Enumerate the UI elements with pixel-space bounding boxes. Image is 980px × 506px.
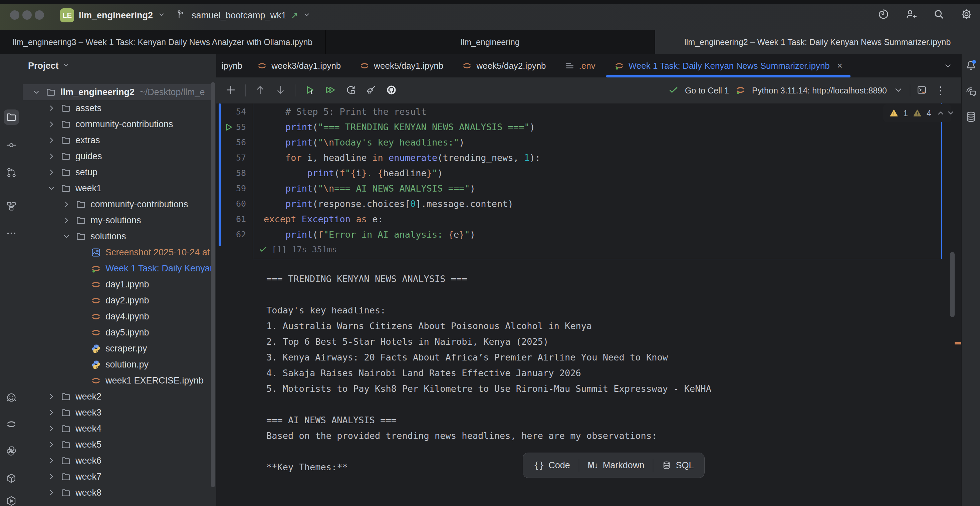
run-line-icon[interactable] <box>224 122 234 134</box>
chevron-right-icon[interactable] <box>62 200 76 209</box>
chevron-right-icon[interactable] <box>47 424 61 433</box>
git-branch-widget[interactable]: samuel_bootcamp_wk1 ↗ <box>176 7 311 23</box>
chevron-right-icon[interactable] <box>47 103 61 113</box>
move-cell-down-button[interactable] <box>275 84 286 97</box>
chevron-down-icon[interactable] <box>893 84 904 97</box>
code-line-54[interactable]: # Step 5: Print the result <box>264 104 540 119</box>
close-icon[interactable]: × <box>837 61 843 70</box>
minimize-window-button[interactable] <box>22 10 32 20</box>
project-tool-button[interactable] <box>4 110 19 125</box>
code-line-61[interactable]: except Exception as e: <box>264 212 540 227</box>
code-line-59[interactable]: print("\n=== AI NEWS ANALYSIS ===") <box>264 181 540 196</box>
editor-tab-week-1-task-daily-kenyan-news-summarizer-ipynb[interactable]: Week 1 Task: Daily Kenyan News Summarize… <box>605 54 852 78</box>
editor-tab-week5-day2-ipynb[interactable]: week5/day2.ipynb <box>453 54 555 78</box>
packages-tool-button[interactable] <box>4 471 19 486</box>
next-warning-icon[interactable] <box>946 108 955 119</box>
add-sql-cell-button[interactable]: SQL <box>653 453 702 477</box>
settings-gear-icon[interactable] <box>960 8 973 22</box>
zoom-window-button[interactable] <box>35 10 44 20</box>
close-window-button[interactable] <box>10 10 19 20</box>
window-tab-llm-engineering[interactable]: llm_engineering <box>326 30 655 54</box>
tree-item-llm-engineering2[interactable]: llm_engineering2~/Desktop/llm_e <box>23 84 211 100</box>
tree-item-week5[interactable]: week5 <box>23 437 211 453</box>
chevron-down-icon[interactable] <box>47 184 61 193</box>
move-cell-up-button[interactable] <box>255 84 266 97</box>
code-line-57[interactable]: for i, headline in enumerate(trending_ne… <box>264 150 540 165</box>
error-stripe-mark[interactable] <box>955 342 961 344</box>
tree-item-env[interactable]: .env <box>23 501 211 506</box>
more-tools-button[interactable] <box>4 226 19 241</box>
chevron-right-icon[interactable] <box>47 119 61 129</box>
chevron-down-icon[interactable] <box>32 88 46 97</box>
tree-item-solution-py[interactable]: solution.py <box>23 356 211 372</box>
tree-item-screenshot-2025-10-24-at[interactable]: Screenshot 2025-10-24 at <box>23 244 211 260</box>
add-cell-button[interactable] <box>225 84 237 97</box>
tree-item-day2-ipynb[interactable]: day2.ipynb <box>23 293 211 309</box>
search-icon[interactable] <box>932 8 945 22</box>
tree-item-day1-ipynb[interactable]: day1.ipynb <box>23 276 211 293</box>
ai-assistant-icon[interactable] <box>877 8 889 22</box>
go-to-cell-button[interactable]: Go to Cell 1 <box>685 86 729 95</box>
chevron-right-icon[interactable] <box>47 151 61 161</box>
chevron-right-icon[interactable] <box>47 488 61 497</box>
add-user-icon[interactable] <box>905 8 917 22</box>
project-tree-scrollbar[interactable] <box>211 82 215 487</box>
tree-item-week2[interactable]: week2 <box>23 388 211 404</box>
huggingface-tool-button[interactable] <box>4 390 19 406</box>
structure-tool-button[interactable] <box>4 199 19 214</box>
tree-item-day5-ipynb[interactable]: day5.ipynb <box>23 325 211 341</box>
tree-item-week-1-task-daily-kenyar[interactable]: Week 1 Task: Daily Kenyar <box>23 260 211 276</box>
tree-item-week7[interactable]: week7 <box>23 469 211 485</box>
jupyter-tool-button[interactable] <box>4 417 19 432</box>
tree-item-day4-ipynb[interactable]: day4.ipynb <box>23 309 211 325</box>
tree-item-assets[interactable]: assets <box>23 100 211 116</box>
kernel-selector[interactable]: Python 3.11.14: http://localhost:8890 <box>752 86 887 95</box>
editor-scrollbar[interactable] <box>950 252 955 317</box>
code-line-60[interactable]: print(response.choices[0].message.conten… <box>264 196 540 212</box>
tree-item-week1[interactable]: week1 <box>23 180 211 196</box>
editor-tab-week3-day1-ipynb[interactable]: week3/day1.ipynb <box>248 54 350 78</box>
tree-item-week4[interactable]: week4 <box>23 420 211 437</box>
tree-item-solutions[interactable]: solutions <box>23 228 211 244</box>
chevron-right-icon[interactable] <box>47 167 61 177</box>
code-line-58[interactable]: print(f"{i}. {headline}") <box>264 165 540 181</box>
tree-item-week1-exercise-ipynb[interactable]: week1 EXERCISE.ipynb <box>23 372 211 388</box>
run-all-cells-button[interactable] <box>325 84 336 97</box>
pull-requests-tool-button[interactable] <box>4 165 19 180</box>
ai-chat-tool-button[interactable] <box>964 85 978 98</box>
code-line-56[interactable]: print("\nToday's key headlines:") <box>264 135 540 150</box>
chevron-right-icon[interactable] <box>47 472 61 481</box>
tab-list-dropdown[interactable] <box>943 54 961 78</box>
tree-item-community-contributions[interactable]: community-contributions <box>23 116 211 132</box>
github-icon[interactable] <box>385 84 397 97</box>
window-tab-llm-engineering2[interactable]: llm_engineering2 – Week 1 Task: Daily Ke… <box>655 30 980 54</box>
clear-outputs-button[interactable] <box>365 84 377 97</box>
chevron-right-icon[interactable] <box>47 135 61 145</box>
tree-item-week3[interactable]: week3 <box>23 404 211 420</box>
project-panel-header[interactable]: Project <box>28 54 70 78</box>
tree-item-guides[interactable]: guides <box>23 148 211 164</box>
restart-kernel-button[interactable] <box>345 84 356 97</box>
chevron-right-icon[interactable] <box>62 216 76 225</box>
tree-item-week8[interactable]: week8 <box>23 485 211 501</box>
run-targets-tool-button[interactable] <box>4 493 19 506</box>
open-console-button[interactable] <box>916 84 927 97</box>
tree-item-my-solutions[interactable]: my-solutions <box>23 212 211 228</box>
python-console-tool-button[interactable] <box>4 443 19 458</box>
code-line-55[interactable]: print("=== TRENDING KENYAN NEWS ANALYSIS… <box>264 119 540 135</box>
tree-item-week6[interactable]: week6 <box>23 453 211 469</box>
tree-item-extras[interactable]: extras <box>23 132 211 148</box>
chevron-right-icon[interactable] <box>47 456 61 465</box>
database-tool-button[interactable] <box>964 110 978 124</box>
chevron-right-icon[interactable] <box>47 408 61 417</box>
inspections-widget[interactable]: 1 4 <box>883 104 951 122</box>
editor-tab-env[interactable]: .env <box>555 54 605 78</box>
more-options-icon[interactable]: ⋮ <box>933 85 948 96</box>
tree-item-setup[interactable]: setup <box>23 164 211 180</box>
code-cell[interactable]: # Step 5: Print the result print("=== TR… <box>264 104 540 242</box>
window-tab-llm-engineering3[interactable]: llm_engineering3 – Week 1 Task: Kenyan D… <box>0 30 326 54</box>
editor-tab-ipynb[interactable]: ipynb <box>216 54 248 78</box>
code-line-62[interactable]: print(f"Error in AI analysis: {e}") <box>264 227 540 242</box>
notifications-bell-icon[interactable] <box>964 59 978 72</box>
chevron-right-icon[interactable] <box>47 440 61 449</box>
